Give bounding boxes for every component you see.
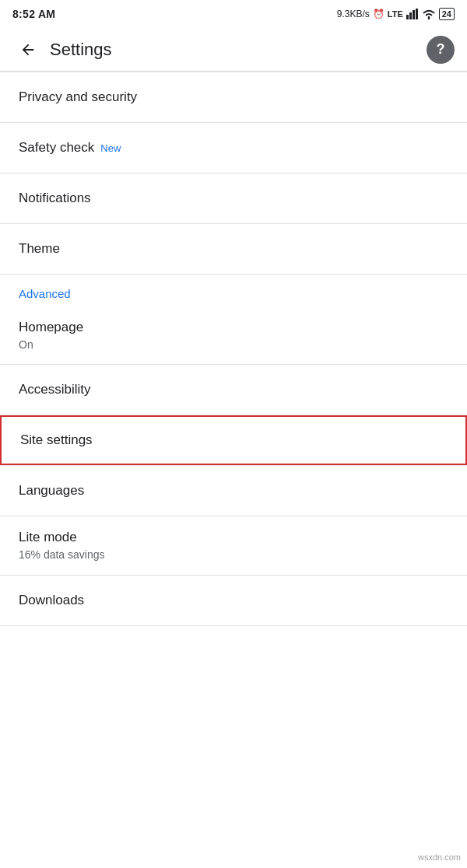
status-right: 9.3KB/s ⏰ LTE 24 [337, 8, 455, 20]
back-button[interactable] [12, 34, 44, 65]
settings-list: Privacy and security Safety check New No… [0, 72, 467, 626]
theme-title: Theme [19, 240, 448, 257]
settings-item-theme[interactable]: Theme [0, 224, 467, 274]
homepage-title: Homepage [19, 319, 448, 336]
svg-rect-0 [406, 15, 409, 19]
lite-mode-subtitle: 16% data savings [19, 548, 448, 562]
status-time: 8:52 AM [12, 8, 55, 20]
advanced-label: Advanced [19, 287, 71, 300]
settings-item-privacy[interactable]: Privacy and security [0, 72, 467, 122]
svg-rect-2 [413, 10, 415, 19]
notifications-title: Notifications [19, 190, 448, 207]
divider-10 [0, 625, 467, 626]
svg-rect-1 [409, 12, 412, 19]
site-settings-title: Site settings [20, 432, 447, 449]
accessibility-title: Accessibility [19, 381, 448, 398]
header: Settings ? [0, 28, 467, 72]
signal-icon [406, 9, 419, 19]
settings-item-accessibility[interactable]: Accessibility [0, 365, 467, 415]
settings-item-safety[interactable]: Safety check New [0, 123, 467, 173]
status-bar: 8:52 AM 9.3KB/s ⏰ LTE 24 [0, 0, 467, 28]
downloads-title: Downloads [19, 592, 448, 609]
safety-title-row: Safety check New [19, 139, 448, 156]
settings-item-languages[interactable]: Languages [0, 466, 467, 516]
advanced-section-header: Advanced [0, 275, 467, 306]
lite-mode-title: Lite mode [19, 529, 448, 546]
languages-title: Languages [19, 482, 448, 499]
settings-item-site-settings[interactable]: Site settings [0, 415, 467, 465]
clock-icon: ⏰ [373, 9, 384, 19]
settings-item-downloads[interactable]: Downloads [0, 576, 467, 625]
watermark: wsxdn.com [418, 852, 461, 862]
wifi-icon [422, 9, 436, 19]
safety-badge: New [100, 142, 121, 154]
lte-icon: LTE [388, 9, 403, 19]
privacy-title: Privacy and security [19, 89, 448, 106]
settings-item-lite-mode[interactable]: Lite mode 16% data savings [0, 516, 467, 574]
page-title: Settings [50, 40, 427, 60]
homepage-subtitle: On [19, 338, 448, 352]
settings-item-homepage[interactable]: Homepage On [0, 306, 467, 364]
battery-icon: 24 [439, 8, 455, 20]
svg-rect-3 [416, 9, 418, 19]
safety-title: Safety check [19, 139, 94, 156]
network-speed-icon: 9.3KB/s [337, 9, 370, 19]
settings-item-notifications[interactable]: Notifications [0, 173, 467, 223]
help-button[interactable]: ? [427, 36, 455, 64]
